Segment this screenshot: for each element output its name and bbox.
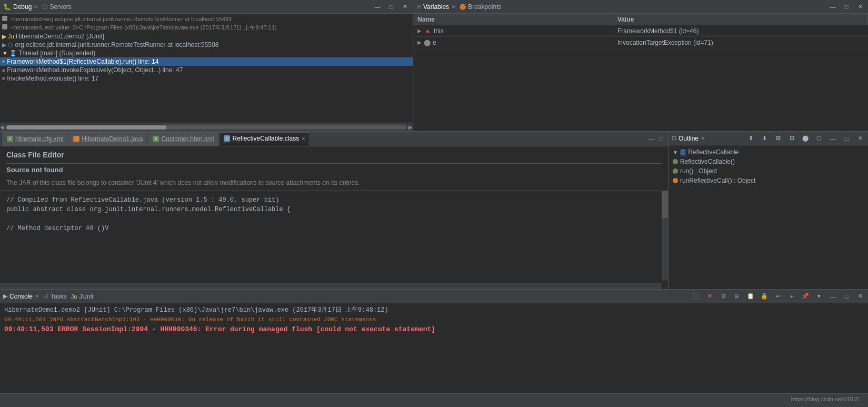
outline-item-0[interactable]: ▼ C ReflectiveCallable: [671, 147, 866, 157]
debug-tree-item-6[interactable]: ≡ FrameworkMethod.invokeExplosively(Obje…: [0, 66, 413, 74]
code-line-3: // Method descriptor #8 ()V: [6, 224, 662, 233]
outline-tab-label: Outline: [679, 135, 699, 142]
top-panel: 🐛 Debug ✕ ⬡ Servers — □ ✕ <terminated>or…: [0, 0, 868, 132]
variables-panel: ⊞ Variables ✕ ⬤ Breakpoints — □ ✕ Name V…: [413, 0, 868, 131]
debug-tree-item-7[interactable]: ≡ InvokeMethod.evaluate() line: 17: [0, 74, 413, 83]
console-dropdown-btn[interactable]: ▾: [814, 292, 824, 301]
var-expand-0[interactable]: ▶: [417, 28, 422, 34]
variables-tab[interactable]: ⊞ Variables ✕: [416, 3, 455, 11]
outline-content: ▼ C ReflectiveCallable ReflectiveCallabl…: [669, 145, 868, 289]
maximize-outline[interactable]: □: [842, 134, 851, 143]
debug-tree-item-0[interactable]: <terminated>org.eclipse.jdt.internal.jun…: [0, 15, 413, 23]
debug-tree-item-5[interactable]: ≡ FrameworkMethod$1(ReflectiveCallable).…: [0, 57, 413, 66]
editor-tab-2[interactable]: X Customer.hbm.xml: [148, 132, 218, 146]
close-vars[interactable]: ✕: [855, 2, 865, 12]
editor-tab-0[interactable]: X hibernate.cfg.xml: [2, 132, 68, 146]
class-file-editor-title: Class File Editor: [0, 146, 668, 163]
debug-scrollbar[interactable]: ◀ ▶: [0, 123, 413, 131]
console-pin-btn[interactable]: 📌: [801, 292, 810, 301]
outline-item-1[interactable]: ReflectiveCallable(): [671, 157, 866, 166]
console-scroll-lock-btn[interactable]: 🔒: [760, 292, 769, 301]
outline-toolbar-btn5[interactable]: ⬤: [801, 134, 810, 143]
outline-expand-0[interactable]: ▼: [673, 150, 678, 155]
code-area[interactable]: // Compiled from ReflectiveCallable.java…: [0, 191, 668, 289]
maximize-editor[interactable]: □: [656, 134, 666, 144]
breakpoints-tab[interactable]: ⬤ Breakpoints: [460, 3, 501, 11]
servers-tab[interactable]: ⬡ Servers: [42, 3, 71, 11]
debug-tab[interactable]: 🐛 Debug ✕: [3, 3, 38, 11]
console-paste-btn[interactable]: 📋: [746, 292, 755, 301]
code-scrollbar-v[interactable]: [662, 191, 668, 281]
var-col-value: Value: [613, 14, 868, 25]
editor-tab-1[interactable]: J HibernateDemo1.java: [68, 132, 147, 146]
debug-tab-close[interactable]: ✕: [34, 4, 38, 9]
debug-header: 🐛 Debug ✕ ⬡ Servers — □ ✕: [0, 0, 413, 14]
console-terminate-btn[interactable]: ✕: [705, 292, 714, 301]
outline-toolbar-btn1[interactable]: ⬆: [746, 134, 755, 143]
editor-area: X hibernate.cfg.xml J HibernateDemo1.jav…: [0, 132, 668, 289]
outline-text-1: ReflectiveCallable(): [680, 158, 735, 165]
close-debug[interactable]: ✕: [400, 2, 410, 12]
junit-tab[interactable]: Ju JUnit: [71, 293, 94, 300]
outline-toolbar-btn6[interactable]: ⬡: [814, 134, 824, 143]
var-icon-1: ⬤: [424, 39, 431, 46]
code-scrollbar-thumb-v: [662, 191, 668, 218]
console-new-btn[interactable]: +: [787, 292, 796, 301]
console-line-0: 09:49:11,501 INFO AbstractBatchImpl:193 …: [4, 315, 864, 324]
editor-tab-close-3[interactable]: ✕: [301, 136, 305, 142]
console-icon: ▶: [3, 293, 7, 300]
editor-tab-3[interactable]: C ReflectiveCallable.class ✕: [219, 132, 310, 146]
maximize-console[interactable]: □: [842, 292, 851, 301]
minimize-vars[interactable]: —: [828, 2, 837, 12]
debug-hscrollbar-thumb: [6, 125, 166, 130]
var-expand-1[interactable]: ▶: [417, 39, 422, 45]
terminated-icon-1: [2, 24, 7, 29]
debug-tree-item-4[interactable]: ▼ 🧵 Thread [main] (Suspended): [0, 49, 413, 57]
minimize-editor[interactable]: —: [646, 134, 656, 144]
outline-tree: ▼ C ReflectiveCallable ReflectiveCallabl…: [671, 147, 866, 185]
editor-content: Class File Editor Source not found The J…: [0, 146, 668, 289]
maximize-vars[interactable]: □: [842, 2, 851, 12]
code-scrollbar-h[interactable]: [0, 283, 662, 289]
minimize-debug[interactable]: —: [373, 2, 382, 12]
code-line-1: public abstract class org.junit.internal…: [6, 205, 662, 214]
console-stop-btn[interactable]: ⬛: [691, 292, 701, 301]
thread-expand: ▼ 🧵: [2, 50, 17, 56]
outline-item-3[interactable]: runReflectiveCall() : Object: [671, 176, 866, 185]
variables-tab-close[interactable]: ✕: [451, 4, 455, 9]
tasks-tab[interactable]: ☑ Tasks: [43, 293, 67, 300]
variables-content: Name Value ▶ 🔺 this FrameworkMethod$1 (i…: [413, 14, 868, 131]
outline-item-2[interactable]: run() : Object: [671, 166, 866, 176]
outline-tab-close[interactable]: ✕: [701, 135, 705, 141]
debug-hscrollbar[interactable]: [6, 125, 406, 130]
close-console[interactable]: ✕: [855, 292, 865, 301]
outline-toolbar-btn2[interactable]: ⬇: [760, 134, 769, 143]
console-word-wrap-btn[interactable]: ↩: [773, 292, 783, 301]
debug-tree-item-3[interactable]: ▶ ⬡ org.eclipse.jdt.internal.junit.runne…: [0, 41, 413, 49]
debug-tree-item-2[interactable]: ▶ Ju HibernateDemo1.demo2 [JUnit]: [0, 32, 413, 41]
maximize-debug[interactable]: □: [386, 2, 396, 12]
outline-toolbar-btn3[interactable]: ⊞: [773, 134, 783, 143]
variables-columns: Name Value: [413, 14, 868, 25]
minimize-outline[interactable]: —: [828, 134, 837, 143]
outline-tab[interactable]: ⊡ Outline ✕: [672, 135, 705, 142]
status-right: https://blog.csdn.net/2017/...: [791, 396, 864, 402]
console-tab-close[interactable]: ✕: [35, 293, 39, 299]
var-row-1[interactable]: ▶ ⬤ e InvocationTargetException (id=71): [413, 37, 868, 48]
variables-tab-label: Variables: [423, 3, 449, 11]
console-clear-btn[interactable]: ⊘: [719, 292, 728, 301]
middle-panel: X hibernate.cfg.xml J HibernateDemo1.jav…: [0, 132, 868, 290]
minimize-console[interactable]: —: [828, 292, 837, 301]
console-copy-btn[interactable]: ⎘: [732, 292, 742, 301]
debug-item-text-0: <terminated>org.eclipse.jdt.internal.jun…: [11, 16, 232, 22]
debug-tree-item-1[interactable]: <terminated, exit value: 0>C:\Program Fi…: [0, 23, 413, 32]
outline-toolbar-btn4[interactable]: ⊟: [787, 134, 796, 143]
close-outline[interactable]: ✕: [855, 134, 865, 143]
debug-tree: <terminated>org.eclipse.jdt.internal.jun…: [0, 15, 413, 83]
var-row-0[interactable]: ▶ 🔺 this FrameworkMethod$1 (id=46): [413, 25, 868, 37]
junit-icon: ▶ Ju: [2, 33, 14, 39]
console-tab[interactable]: ▶ Console ✕: [3, 293, 39, 300]
junit-tab-label: JUnit: [79, 293, 93, 300]
variables-rows: ▶ 🔺 this FrameworkMethod$1 (id=46) ▶ ⬤ e…: [413, 25, 868, 131]
xml-icon-2: X: [153, 136, 159, 142]
